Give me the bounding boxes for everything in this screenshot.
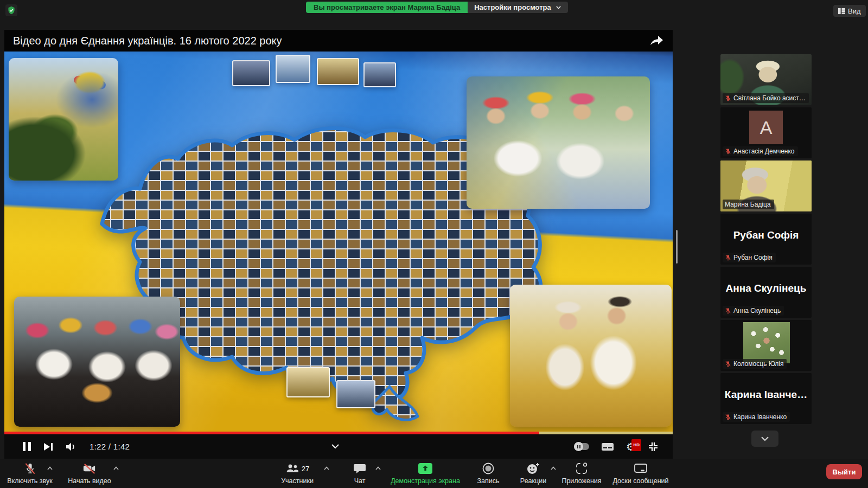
share-arrow-icon[interactable] xyxy=(649,34,664,49)
participant-name-label: Коломоєць Юлія xyxy=(723,359,787,369)
grid-view-icon xyxy=(838,8,845,15)
participant-name-label: Рубан Софія xyxy=(723,253,776,262)
participant-name-label: Світлана Бойко асист… xyxy=(723,93,809,103)
hd-quality-badge: HD xyxy=(631,439,641,451)
video-title-bar: Відео до дня Єднання українців. 16 лютог… xyxy=(4,30,673,52)
whiteboards-button[interactable]: Доски сообщений xyxy=(603,461,679,485)
shield-check-icon xyxy=(7,6,16,15)
collage-tile xyxy=(363,62,396,87)
next-button[interactable] xyxy=(44,443,53,451)
participants-count: 27 xyxy=(302,465,309,473)
security-shield-icon[interactable] xyxy=(5,4,17,16)
participant-tile[interactable]: Анна Скулінець Анна Скулінець xyxy=(720,267,812,318)
exit-fullscreen-icon[interactable] xyxy=(648,441,659,452)
video-title: Відео до дня Єднання українців. 16 лютог… xyxy=(4,35,282,47)
collage-tile xyxy=(317,58,359,85)
participants-sidebar: Світлана Бойко асист… А Анастасія Демчен… xyxy=(720,54,812,426)
autoplay-toggle[interactable] xyxy=(574,443,589,450)
participant-tile[interactable]: Світлана Бойко асист… xyxy=(720,54,812,105)
mic-muted-icon xyxy=(725,414,731,420)
participant-name-label: Анастасія Демченко xyxy=(723,146,798,156)
record-icon xyxy=(482,462,495,475)
mic-muted-icon xyxy=(725,95,731,101)
view-options-label: Настройки просмотра xyxy=(474,3,551,11)
mic-muted-icon xyxy=(725,254,731,261)
avatar: А xyxy=(749,111,783,144)
chat-button[interactable]: Чат xyxy=(330,461,390,485)
participant-name-label: Карина Іванченко xyxy=(723,412,790,422)
mic-muted-icon xyxy=(725,361,731,367)
share-screen-icon xyxy=(418,463,433,474)
video-time: 1:22 / 1:42 xyxy=(90,442,130,451)
view-button[interactable]: Вид xyxy=(833,5,866,17)
chevron-up-icon[interactable] xyxy=(375,466,381,471)
leave-button[interactable]: Выйти xyxy=(826,464,862,479)
view-options-button[interactable]: Настройки просмотра xyxy=(468,2,568,13)
chevron-up-icon[interactable] xyxy=(47,466,53,471)
subtitles-icon[interactable] xyxy=(601,442,614,452)
camera-muted-icon xyxy=(82,462,97,475)
scrollbar[interactable] xyxy=(676,230,678,264)
shared-screen: Відео до дня Єднання українців. 16 лютог… xyxy=(4,30,673,459)
chevron-down-icon xyxy=(760,435,770,442)
participants-icon xyxy=(285,463,299,474)
collage-photo-couple-wheat-field xyxy=(510,285,672,427)
participant-tile[interactable]: А Анастасія Демченко xyxy=(720,107,812,158)
collage-photo-girl-sunflowers xyxy=(9,58,118,181)
participants-button[interactable]: 27 Участники xyxy=(267,461,327,485)
participant-name-label: Марина Бадіца xyxy=(723,200,774,209)
mic-muted-icon xyxy=(725,307,731,314)
volume-icon[interactable] xyxy=(66,442,76,452)
chevron-up-icon[interactable] xyxy=(323,466,330,471)
collage-tile xyxy=(276,55,310,83)
avatar xyxy=(743,322,790,363)
mic-muted-icon xyxy=(23,462,37,476)
settings-gear-icon[interactable]: ⚙ HD xyxy=(626,441,636,452)
collage-photo-women-folk-group xyxy=(14,297,180,427)
viewing-screen-banner: Вы просматриваете экран Марина Бадіца xyxy=(306,2,468,13)
chevron-up-icon[interactable] xyxy=(113,466,119,471)
collage-tile xyxy=(286,367,330,397)
start-video-button[interactable]: Начать видео xyxy=(60,461,119,485)
meeting-toolbar: Включить звук Начать видео 27 xyxy=(0,459,868,488)
hide-controls-chevron[interactable] xyxy=(331,442,340,452)
reactions-smiley-icon xyxy=(526,462,540,475)
participant-name-label: Анна Скулінець xyxy=(723,306,784,316)
apps-icon xyxy=(575,462,588,475)
chat-icon xyxy=(353,463,366,474)
collage-tile xyxy=(232,60,270,86)
video-frame-collage xyxy=(4,52,673,432)
screen-share-banner: Вы просматриваете экран Марина Бадіца На… xyxy=(306,2,568,13)
chevron-down-icon xyxy=(556,4,561,10)
pause-button[interactable] xyxy=(23,442,31,451)
more-participants-button[interactable] xyxy=(751,431,778,447)
participant-tile[interactable]: Карина Іванче… Карина Іванченко xyxy=(720,373,812,424)
view-button-label: Вид xyxy=(848,7,861,15)
participant-tile-active-speaker[interactable]: Марина Бадіца xyxy=(720,160,812,211)
whiteboard-icon xyxy=(634,463,648,474)
unmute-button[interactable]: Включить звук xyxy=(0,461,60,485)
share-screen-button[interactable]: Демонстрация экрана xyxy=(387,461,463,485)
video-player-controls: 1:22 / 1:42 ⚙ HD xyxy=(4,434,673,459)
participant-tile[interactable]: Рубан Софія Рубан Софія xyxy=(720,214,812,265)
participant-tile[interactable]: Коломоєць Юлія xyxy=(720,320,812,371)
mic-muted-icon xyxy=(725,148,731,155)
collage-tile xyxy=(336,380,375,408)
collage-photo-children-wreaths xyxy=(467,76,650,209)
